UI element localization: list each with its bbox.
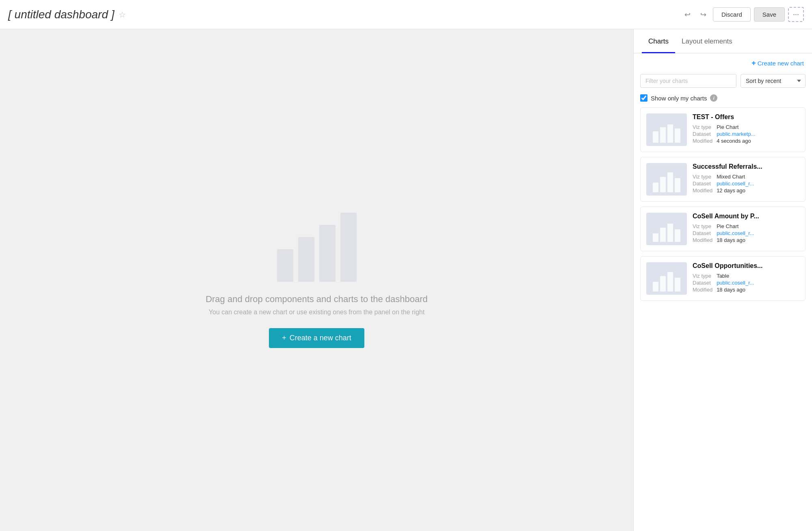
dataset-label: Dataset (693, 280, 712, 286)
placeholder-bar-1 (277, 249, 293, 282)
thumb-bars (653, 224, 680, 242)
thumb-bar (675, 278, 680, 292)
chart-card[interactable]: TEST - Offers Viz type Pie Chart Dataset… (640, 107, 806, 152)
thumb-bar (660, 177, 666, 193)
modified-label: Modified (693, 237, 712, 243)
chart-thumbnail (646, 163, 687, 196)
placeholder-chart (277, 213, 357, 282)
thumb-bar (667, 224, 673, 242)
modified-value: 18 days ago (717, 237, 799, 243)
modified-label: Modified (693, 187, 712, 194)
thumb-bar (667, 124, 673, 143)
undo-button[interactable]: ↩ (681, 8, 694, 22)
viz-type-label: Viz type (693, 223, 712, 229)
sort-select[interactable]: Sort by recent Alphabetical Last modifie… (741, 74, 806, 88)
redo-button[interactable]: ↪ (697, 8, 710, 22)
panel-tabs: Charts Layout elements (634, 29, 812, 53)
thumb-bar (667, 272, 673, 292)
modified-value: 4 seconds ago (717, 138, 799, 144)
viz-type-value: Mixed Chart (717, 174, 799, 180)
chart-meta: Viz type Table Dataset public.cosell_r..… (693, 273, 799, 293)
placeholder-bar-4 (340, 213, 357, 282)
thumb-bar (653, 183, 658, 193)
modified-label: Modified (693, 287, 712, 293)
viz-type-value: Pie Chart (717, 124, 799, 130)
save-button[interactable]: Save (754, 7, 785, 22)
tab-charts[interactable]: Charts (642, 29, 675, 53)
chart-card[interactable]: CoSell Amount by P... Viz type Pie Chart… (640, 207, 806, 251)
thumb-bar (667, 172, 673, 192)
chart-card[interactable]: CoSell Opportunities... Viz type Table D… (640, 256, 806, 301)
show-my-charts-label[interactable]: Show only my charts (651, 95, 707, 102)
tab-layout-elements[interactable]: Layout elements (675, 29, 739, 53)
chart-name: Successful Referrals... (693, 163, 799, 170)
thumb-bars (653, 124, 680, 143)
create-link-row: + Create new chart (634, 53, 812, 72)
drag-subtitle: You can create a new chart or use existi… (209, 309, 424, 316)
dataset-link[interactable]: public.cosell_r... (717, 230, 799, 236)
dataset-label: Dataset (693, 131, 712, 137)
header-left: [ untitled dashboard ] ☆ (8, 8, 126, 21)
chart-thumbnail (646, 113, 687, 146)
create-chart-label: Create a new chart (290, 334, 351, 342)
dataset-label: Dataset (693, 230, 712, 236)
header-right: ↩ ↪ Discard Save ··· (681, 7, 804, 22)
thumb-bars (653, 172, 680, 192)
main-layout: Drag and drop components and charts to t… (0, 29, 812, 531)
plus-create-icon: + (751, 59, 756, 67)
thumb-bar (660, 127, 666, 143)
thumb-bar (675, 229, 680, 242)
more-button[interactable]: ··· (788, 7, 804, 22)
thumb-bar (653, 131, 658, 143)
charts-list: TEST - Offers Viz type Pie Chart Dataset… (634, 107, 812, 531)
thumb-bar (653, 233, 658, 242)
create-new-chart-label: Create new chart (758, 60, 804, 67)
dashboard-canvas: Drag and drop components and charts to t… (0, 29, 633, 531)
dataset-link[interactable]: public.marketp... (717, 131, 799, 137)
plus-icon: + (282, 334, 286, 342)
thumb-bar (660, 276, 666, 292)
placeholder-bar-3 (319, 225, 336, 282)
dataset-label: Dataset (693, 181, 712, 187)
show-my-charts-checkbox[interactable] (640, 94, 647, 102)
filter-charts-input[interactable] (640, 74, 736, 88)
chart-meta: Viz type Pie Chart Dataset public.market… (693, 124, 799, 144)
thumb-bar (653, 282, 658, 292)
thumb-bars (653, 272, 680, 292)
chart-card[interactable]: Successful Referrals... Viz type Mixed C… (640, 157, 806, 202)
viz-type-label: Viz type (693, 174, 712, 180)
dataset-link[interactable]: public.cosell_r... (717, 181, 799, 187)
star-icon[interactable]: ☆ (119, 10, 126, 20)
right-panel: Charts Layout elements + Create new char… (633, 29, 812, 531)
modified-value: 12 days ago (717, 187, 799, 194)
viz-type-value: Table (717, 273, 799, 279)
placeholder-bar-2 (298, 237, 314, 282)
viz-type-label: Viz type (693, 124, 712, 130)
filter-row: Sort by recent Alphabetical Last modifie… (634, 72, 812, 93)
page-title: [ untitled dashboard ] (8, 8, 115, 21)
thumb-bar (675, 178, 680, 192)
chart-info: CoSell Opportunities... Viz type Table D… (693, 262, 799, 295)
chart-thumbnail (646, 213, 687, 245)
dataset-link[interactable]: public.cosell_r... (717, 280, 799, 286)
chart-meta: Viz type Pie Chart Dataset public.cosell… (693, 223, 799, 243)
chart-info: TEST - Offers Viz type Pie Chart Dataset… (693, 113, 799, 146)
chart-name: CoSell Amount by P... (693, 213, 799, 220)
header: [ untitled dashboard ] ☆ ↩ ↪ Discard Sav… (0, 0, 812, 29)
create-new-chart-link[interactable]: + Create new chart (751, 59, 804, 67)
thumb-bar (675, 128, 680, 143)
info-icon[interactable]: i (710, 94, 717, 102)
chart-thumbnail (646, 262, 687, 295)
chart-info: CoSell Amount by P... Viz type Pie Chart… (693, 213, 799, 245)
modified-label: Modified (693, 138, 712, 144)
create-chart-button[interactable]: + Create a new chart (269, 328, 364, 348)
checkbox-row: Show only my charts i (634, 93, 812, 107)
discard-button[interactable]: Discard (713, 7, 751, 22)
viz-type-value: Pie Chart (717, 223, 799, 229)
chart-name: TEST - Offers (693, 113, 799, 121)
chart-info: Successful Referrals... Viz type Mixed C… (693, 163, 799, 196)
thumb-bar (660, 228, 666, 242)
chart-name: CoSell Opportunities... (693, 262, 799, 270)
drag-title: Drag and drop components and charts to t… (206, 294, 428, 305)
chart-meta: Viz type Mixed Chart Dataset public.cose… (693, 174, 799, 194)
